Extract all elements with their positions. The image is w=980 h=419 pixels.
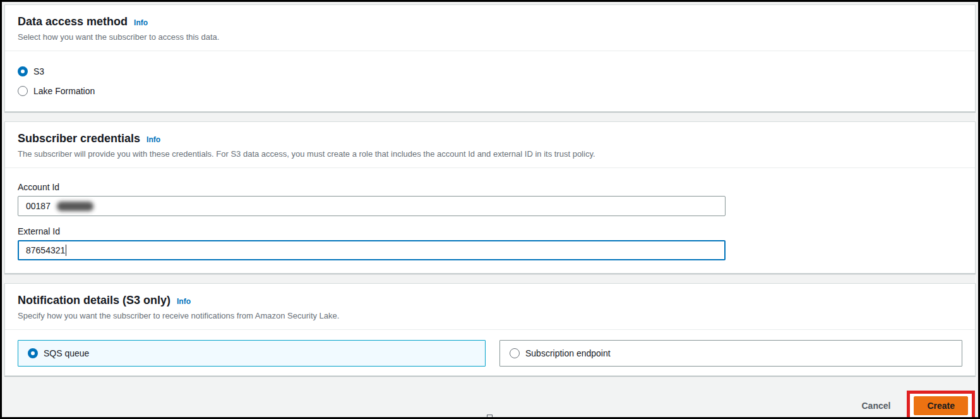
section-header: Data access method Info Select how you w…: [5, 5, 975, 51]
section-body: S3 Lake Formation: [5, 51, 975, 111]
radio-option-label: S3: [33, 66, 44, 76]
tile-label: SQS queue: [44, 348, 89, 358]
radio-option-s3[interactable]: S3: [18, 64, 962, 79]
section-subscriber-credentials: Subscriber credentials Info The subscrib…: [4, 121, 976, 274]
notification-tile-group: SQS queue Subscription endpoint: [5, 330, 975, 375]
section-body: Account Id 00187 External Id 87654321: [5, 168, 975, 273]
tile-subscription-endpoint[interactable]: Subscription endpoint: [499, 340, 962, 367]
external-id-input[interactable]: 87654321: [18, 240, 726, 260]
radio-option-label: Lake Formation: [33, 86, 95, 96]
radio-selected-icon: [18, 66, 28, 76]
tile-sqs-queue[interactable]: SQS queue: [18, 340, 486, 367]
redacted-value-blur: [57, 202, 93, 211]
create-button[interactable]: Create: [914, 396, 968, 415]
form-content: Data access method Info Select how you w…: [2, 2, 978, 419]
tile-label: Subscription endpoint: [525, 348, 611, 358]
section-data-access-method: Data access method Info Select how you w…: [4, 4, 976, 112]
radio-selected-icon: [28, 348, 38, 358]
account-id-value: 00187: [26, 201, 51, 211]
screenshot-frame: Data access method Info Select how you w…: [0, 0, 980, 419]
section-title: Data access method: [18, 14, 128, 29]
info-link[interactable]: Info: [177, 297, 191, 306]
text-cursor: [66, 245, 66, 256]
account-id-label: Account Id: [18, 181, 962, 193]
section-header: Subscriber credentials Info The subscrib…: [5, 122, 975, 168]
section-description: Select how you want the subscriber to ac…: [18, 32, 962, 43]
external-id-label: External Id: [18, 225, 962, 238]
section-description: The subscriber will provide you with the…: [18, 149, 962, 160]
section-title: Notification details (S3 only): [18, 293, 170, 308]
radio-unselected-icon: [18, 86, 28, 96]
section-header: Notification details (S3 only) Info Spec…: [5, 284, 975, 330]
external-id-value: 87654321: [26, 245, 65, 255]
section-notification-details: Notification details (S3 only) Info Spec…: [4, 283, 976, 376]
account-id-field-group: Account Id 00187: [18, 181, 962, 216]
info-link[interactable]: Info: [134, 18, 148, 27]
section-description: Specify how you want the subscriber to r…: [18, 310, 962, 322]
external-id-field-group: External Id 87654321: [18, 225, 962, 260]
radio-unselected-icon: [510, 348, 520, 358]
cancel-button[interactable]: Cancel: [859, 397, 893, 415]
section-title: Subscriber credentials: [18, 131, 140, 146]
info-link[interactable]: Info: [146, 135, 160, 144]
red-highlight-annotation: Create: [907, 391, 975, 419]
account-id-input[interactable]: 00187: [18, 196, 726, 216]
radio-option-lake-formation[interactable]: Lake Formation: [18, 83, 962, 99]
